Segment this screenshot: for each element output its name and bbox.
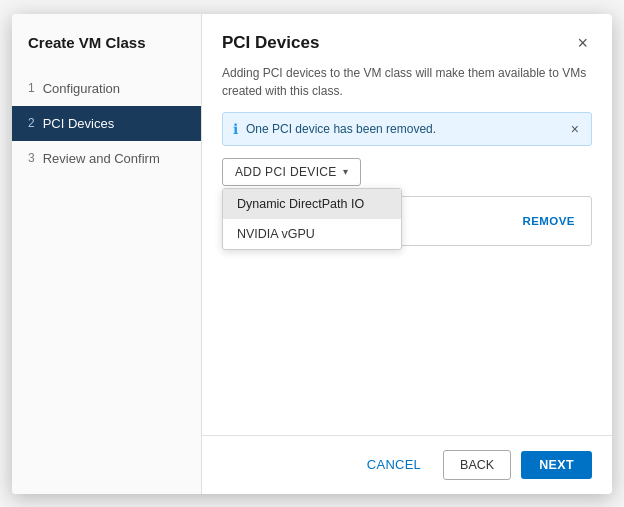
footer: CANCEL BACK NEXT	[202, 435, 612, 494]
sidebar-item-wrapper-review: 3 Review and Confirm	[12, 141, 201, 176]
content-description: Adding PCI devices to the VM class will …	[202, 58, 612, 112]
close-button[interactable]: ×	[573, 32, 592, 54]
alert-bar: ℹ One PCI device has been removed. ×	[222, 112, 592, 146]
create-vm-class-modal: Create VM Class 1 Configuration 2 PCI De…	[12, 14, 612, 494]
add-pci-btn-label: ADD PCI DEVICE	[235, 165, 337, 179]
sidebar-item-review-confirm[interactable]: 3 Review and Confirm	[12, 141, 201, 176]
sidebar-item-wrapper-configuration: 1 Configuration	[12, 71, 201, 106]
sidebar-item-configuration[interactable]: 1 Configuration	[12, 71, 201, 106]
add-pci-device-wrapper: ADD PCI DEVICE ▾ Dynamic DirectPath IO N…	[222, 158, 361, 186]
cancel-button[interactable]: CANCEL	[355, 450, 433, 479]
sidebar-title: Create VM Class	[12, 34, 201, 71]
info-icon: ℹ	[233, 121, 238, 137]
sidebar: Create VM Class 1 Configuration 2 PCI De…	[12, 14, 202, 494]
add-pci-dropdown-menu: Dynamic DirectPath IO NVIDIA vGPU	[222, 188, 402, 250]
back-button[interactable]: BACK	[443, 450, 511, 480]
next-button[interactable]: NEXT	[521, 451, 592, 479]
content-body: ℹ One PCI device has been removed. × ADD…	[202, 112, 612, 435]
step-num-1: 1	[28, 81, 35, 95]
step-num-2: 2	[28, 116, 35, 130]
dropdown-caret-icon: ▾	[343, 166, 348, 177]
sidebar-item-label-pci: PCI Devices	[43, 116, 115, 131]
remove-device-button[interactable]: REMOVE	[518, 213, 579, 229]
dropdown-item-dynamic-directpath[interactable]: Dynamic DirectPath IO	[223, 189, 401, 219]
sidebar-item-wrapper-pci: 2 PCI Devices	[12, 106, 201, 141]
content-title: PCI Devices	[222, 33, 319, 53]
alert-close-button[interactable]: ×	[569, 121, 581, 137]
content-panel: PCI Devices × Adding PCI devices to the …	[202, 14, 612, 494]
content-header: PCI Devices ×	[202, 14, 612, 58]
add-pci-device-button[interactable]: ADD PCI DEVICE ▾	[222, 158, 361, 186]
sidebar-item-pci-devices[interactable]: 2 PCI Devices	[12, 106, 201, 141]
sidebar-item-label-review: Review and Confirm	[43, 151, 160, 166]
step-num-3: 3	[28, 151, 35, 165]
alert-text: One PCI device has been removed.	[246, 122, 563, 136]
dropdown-item-nvidia-vgpu[interactable]: NVIDIA vGPU	[223, 219, 401, 249]
sidebar-item-label-configuration: Configuration	[43, 81, 120, 96]
